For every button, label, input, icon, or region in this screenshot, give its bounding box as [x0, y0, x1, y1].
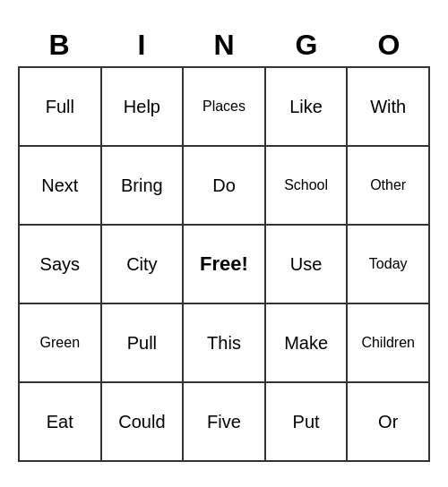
bingo-cell-r4-c0[interactable]: Eat [20, 383, 102, 462]
header-letter-N: N [183, 25, 265, 64]
bingo-card: BINGO FullHelpPlacesLikeWithNextBringDoS… [18, 25, 430, 462]
bingo-cell-r2-c0[interactable]: Says [20, 226, 102, 304]
header-letter-G: G [265, 25, 348, 64]
bingo-cell-r4-c3[interactable]: Put [266, 383, 349, 462]
header-letter-B: B [18, 25, 100, 64]
header-letter-I: I [100, 25, 183, 64]
bingo-cell-r0-c4[interactable]: With [348, 68, 430, 147]
bingo-cell-r3-c3[interactable]: Make [266, 304, 349, 383]
bingo-cell-r1-c0[interactable]: Next [20, 147, 102, 226]
bingo-cell-r1-c2[interactable]: Do [184, 147, 266, 226]
bingo-cell-r3-c0[interactable]: Green [20, 304, 102, 383]
bingo-cell-r2-c2[interactable]: Free! [184, 226, 266, 304]
bingo-cell-r0-c3[interactable]: Like [266, 68, 349, 147]
bingo-grid: FullHelpPlacesLikeWithNextBringDoSchoolO… [18, 66, 430, 462]
header-letter-O: O [348, 25, 430, 64]
bingo-cell-r2-c1[interactable]: City [102, 226, 185, 304]
bingo-cell-r3-c2[interactable]: This [184, 304, 266, 383]
bingo-cell-r0-c2[interactable]: Places [184, 68, 266, 147]
bingo-cell-r1-c1[interactable]: Bring [102, 147, 185, 226]
bingo-cell-r4-c1[interactable]: Could [102, 383, 185, 462]
bingo-cell-r0-c0[interactable]: Full [20, 68, 102, 147]
bingo-cell-r1-c3[interactable]: School [266, 147, 349, 226]
bingo-cell-r0-c1[interactable]: Help [102, 68, 185, 147]
bingo-cell-r1-c4[interactable]: Other [348, 147, 430, 226]
bingo-cell-r4-c4[interactable]: Or [348, 383, 430, 462]
bingo-cell-r2-c3[interactable]: Use [266, 226, 349, 304]
bingo-cell-r3-c4[interactable]: Children [348, 304, 430, 383]
bingo-cell-r4-c2[interactable]: Five [184, 383, 266, 462]
bingo-cell-r2-c4[interactable]: Today [348, 226, 430, 304]
bingo-header: BINGO [18, 25, 430, 64]
bingo-cell-r3-c1[interactable]: Pull [102, 304, 185, 383]
